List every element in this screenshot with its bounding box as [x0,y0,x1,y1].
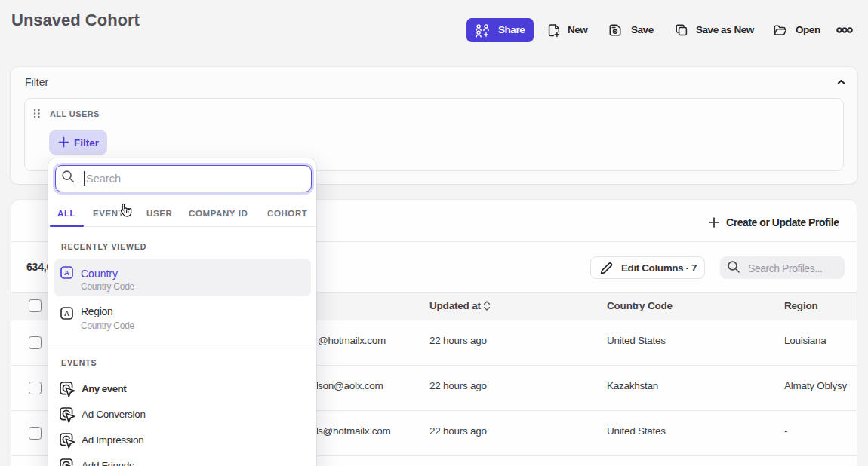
svg-text:A: A [64,309,69,317]
svg-text:A: A [64,268,69,277]
